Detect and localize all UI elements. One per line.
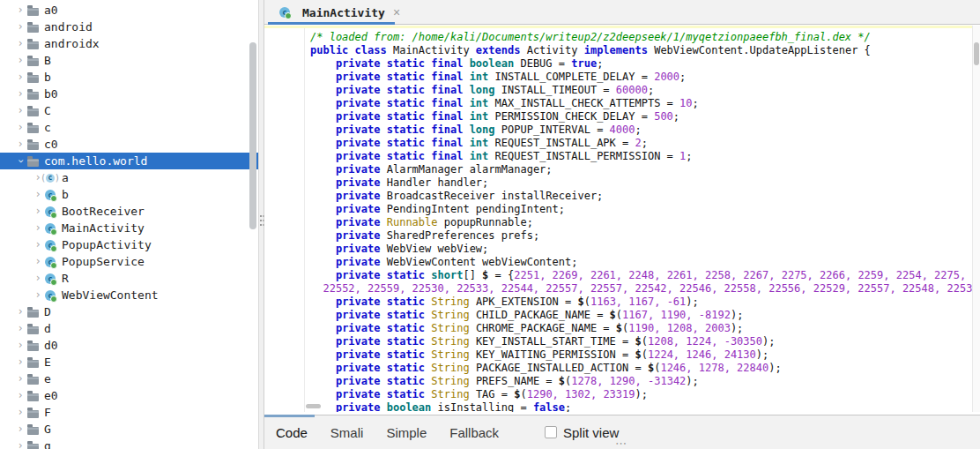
tree-row-WebViewContent[interactable]: ›cWebViewContent	[0, 287, 258, 303]
code-lines: /* loaded from: /home/kali/Documents/wri…	[310, 31, 980, 412]
chevron-right-icon[interactable]: ›	[32, 203, 44, 220]
tree-row-d0[interactable]: ›d0	[0, 337, 258, 354]
tree-row-PopupActivity[interactable]: ›cPopupActivity	[0, 236, 258, 253]
tree-row-d[interactable]: ›d	[0, 320, 258, 337]
chevron-right-icon[interactable]: ›	[14, 2, 26, 19]
tree-row-D[interactable]: ›D	[0, 303, 258, 320]
tree-row-com-hello-world[interactable]: ›com.hello.world	[0, 153, 258, 169]
chevron-right-icon[interactable]: ›	[32, 220, 44, 236]
package-private-class-icon: (c)	[44, 172, 56, 184]
tab-close-icon[interactable]: ×	[391, 5, 402, 19]
tree-row-androidx[interactable]: ›androidx	[0, 35, 258, 52]
tree-row-a[interactable]: ›(c)a	[0, 169, 258, 186]
chevron-right-icon[interactable]: ›	[14, 136, 26, 153]
tree-row-e[interactable]: ›e	[0, 370, 258, 387]
view-mode-tabs: CodeSmaliSimpleFallback	[264, 415, 510, 449]
tree-item-label: PopupActivity	[62, 238, 152, 251]
tree-row-b[interactable]: ›cb	[0, 186, 258, 203]
tree-row-c[interactable]: ›c	[0, 119, 258, 136]
tree-row-G[interactable]: ›G	[0, 421, 258, 438]
file-tree[interactable]: ›a0›android›androidx›B›b›b0›C›c›c0›com.h…	[0, 2, 258, 449]
tree-item-label: D	[44, 305, 51, 318]
tree-row-android[interactable]: ›android	[0, 19, 258, 35]
code-line: private static final boolean DEBUG = tru…	[310, 57, 980, 71]
editor-vertical-scrollbar-thumb[interactable]	[974, 42, 979, 65]
chevron-right-icon[interactable]: ›	[14, 370, 26, 387]
split-view-toggle[interactable]: Split view	[545, 415, 619, 449]
tree-row-PopupService[interactable]: ›cPopupService	[0, 253, 258, 270]
chevron-right-icon[interactable]: ›	[14, 86, 26, 102]
code-line: private static final long POPUP_INTERVAL…	[310, 123, 980, 137]
tree-row-b[interactable]: ›b	[0, 69, 258, 86]
chevron-right-icon[interactable]: ›	[32, 253, 44, 270]
tree-row-F[interactable]: ›F	[0, 404, 258, 421]
tree-row-E[interactable]: ›E	[0, 354, 258, 370]
tree-row-c0[interactable]: ›c0	[0, 136, 258, 153]
chevron-right-icon[interactable]: ›	[14, 119, 26, 136]
editor-vertical-scrollbar-track[interactable]	[972, 26, 980, 412]
panel-splitter[interactable]	[258, 0, 264, 449]
tree-item-label: BootReceiver	[62, 205, 145, 218]
view-mode-tab-fallback[interactable]: Fallback	[438, 415, 510, 449]
tree-row-B[interactable]: ›B	[0, 52, 258, 69]
tree-item-label: B	[44, 54, 51, 67]
chevron-right-icon[interactable]: ›	[14, 354, 26, 370]
chevron-right-icon[interactable]: ›	[14, 387, 26, 404]
chevron-right-icon[interactable]: ›	[14, 303, 26, 320]
code-line: private static final int PERMISSION_CHEC…	[310, 110, 980, 123]
editor-tab-bar: c MainActivity ×	[264, 0, 980, 25]
bottom-grip-icon[interactable]: ⋯	[615, 437, 627, 449]
folder-icon	[26, 340, 39, 352]
chevron-right-icon[interactable]: ›	[32, 186, 44, 203]
tree-row-b0[interactable]: ›b0	[0, 86, 258, 102]
code-line: private Runnable popupRunnable;	[310, 216, 980, 229]
tree-row-e0[interactable]: ›e0	[0, 387, 258, 404]
tree-item-label: c0	[44, 138, 58, 151]
folder-icon	[26, 138, 39, 151]
split-view-checkbox[interactable]	[545, 426, 557, 438]
view-mode-tab-smali[interactable]: Smali	[319, 415, 375, 449]
editor-horizontal-scrollbar-thumb[interactable]	[306, 404, 321, 408]
class-icon: c	[44, 189, 56, 201]
folder-icon	[26, 122, 39, 134]
tree-row-R[interactable]: ›cR	[0, 270, 258, 287]
chevron-right-icon[interactable]: ›	[14, 421, 26, 438]
view-mode-tab-simple[interactable]: Simple	[375, 415, 438, 449]
chevron-right-icon[interactable]: ›	[14, 69, 26, 86]
chevron-right-icon[interactable]: ›	[32, 287, 44, 303]
tree-item-label: e0	[44, 389, 58, 402]
tree-row-a0[interactable]: ›a0	[0, 2, 258, 19]
chevron-right-icon[interactable]: ›	[14, 35, 26, 52]
chevron-right-icon[interactable]: ›	[14, 337, 26, 354]
tree-row-MainActivity[interactable]: ›cMainActivity	[0, 220, 258, 236]
tree-item-label: g	[44, 439, 51, 449]
split-view-label: Split view	[563, 425, 619, 440]
chevron-right-icon[interactable]: ›	[14, 320, 26, 337]
code-line: private static short[] $ = {2251, 2269, …	[310, 269, 980, 282]
folder-icon	[26, 4, 39, 17]
tree-row-C[interactable]: ›C	[0, 102, 258, 119]
chevron-right-icon[interactable]: ›	[14, 19, 26, 35]
tree-row-g[interactable]: ›g	[0, 438, 258, 449]
folder-icon	[26, 440, 39, 449]
code-line: private static final int REQUEST_INSTALL…	[310, 150, 980, 163]
chevron-right-icon[interactable]: ›	[14, 52, 26, 69]
tree-item-label: c	[44, 121, 51, 134]
tab-mainactivity[interactable]: c MainActivity ×	[268, 0, 412, 25]
code-line: private boolean isInstalling = false;	[310, 401, 980, 412]
chevron-right-icon[interactable]: ›	[32, 270, 44, 287]
editor-top-highlight	[264, 26, 980, 28]
chevron-right-icon[interactable]: ›	[14, 438, 26, 449]
chevron-right-icon[interactable]: ›	[14, 102, 26, 119]
tree-row-BootReceiver[interactable]: ›cBootReceiver	[0, 203, 258, 220]
code-editor[interactable]: /* loaded from: /home/kali/Documents/wri…	[264, 26, 980, 412]
splitter-grip-icon[interactable]	[260, 215, 264, 229]
editor-panel: c MainActivity × /* loaded from: /home/k…	[264, 0, 980, 449]
tab-title: MainActivity	[302, 6, 385, 19]
editor-gutter	[264, 28, 305, 412]
tree-vertical-scrollbar-thumb[interactable]	[249, 42, 256, 229]
folder-icon	[26, 21, 39, 34]
chevron-right-icon[interactable]: ›	[32, 236, 44, 253]
view-mode-tab-code[interactable]: Code	[264, 415, 319, 449]
chevron-right-icon[interactable]: ›	[14, 404, 26, 421]
